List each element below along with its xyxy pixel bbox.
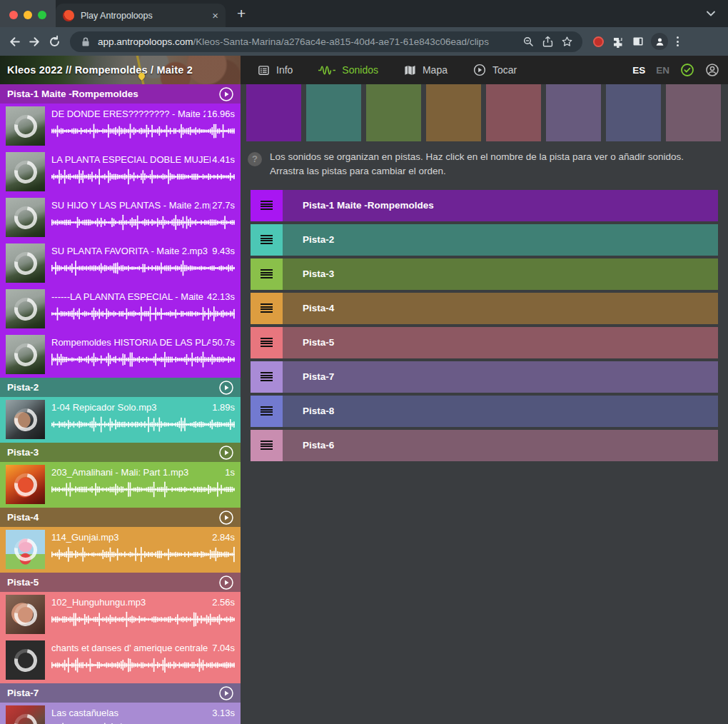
clip-item[interactable]: LA PLANTA ESPECIAL DOBLE MUJER - Mai...4… bbox=[0, 149, 241, 195]
track-row[interactable]: Pista-5 bbox=[251, 327, 718, 358]
waveform[interactable] bbox=[51, 169, 235, 185]
clip-item[interactable]: SU PLANTA FAVORITA - Maite 2.mp39.43s bbox=[0, 241, 241, 286]
nav-tab-sonidos[interactable]: Sonidos bbox=[318, 64, 378, 76]
lang-en-button[interactable]: EN bbox=[656, 65, 669, 76]
clip-item[interactable]: 1-04 Repicador Solo.mp31.89s bbox=[0, 397, 241, 443]
waveform[interactable] bbox=[51, 260, 235, 276]
reload-button[interactable] bbox=[47, 34, 61, 49]
forward-button[interactable] bbox=[27, 34, 41, 49]
track-row-bar[interactable]: Pista-4 bbox=[283, 293, 718, 324]
share-icon[interactable] bbox=[540, 34, 555, 49]
track-row-bar[interactable]: Pista-3 bbox=[283, 258, 718, 290]
nav-tab-tocar[interactable]: Tocar bbox=[473, 64, 517, 76]
track-header[interactable]: Pista-3 bbox=[0, 443, 241, 462]
track-row[interactable]: Pista-2 bbox=[251, 224, 718, 256]
clip-item[interactable]: Las castañuelas3.13s bbox=[0, 703, 241, 724]
browser-tab[interactable]: Play Antropoloops × bbox=[56, 4, 226, 27]
waveform[interactable] bbox=[51, 546, 235, 563]
drag-handle[interactable] bbox=[251, 361, 283, 393]
track-row[interactable]: Pista-7 bbox=[251, 361, 718, 393]
play-track-button[interactable] bbox=[218, 510, 234, 526]
url-host: app.antropoloops.com bbox=[98, 36, 193, 47]
drag-handle[interactable] bbox=[251, 224, 283, 256]
zoom-page-icon[interactable] bbox=[521, 34, 535, 49]
track-row-bar[interactable]: Pista-8 bbox=[283, 396, 718, 427]
play-track-button[interactable] bbox=[218, 685, 234, 701]
side-panel-icon[interactable] bbox=[631, 34, 645, 49]
extensions-puzzle-icon[interactable] bbox=[611, 34, 625, 49]
clip-duration: 16.96s bbox=[206, 109, 235, 119]
tab-close-icon[interactable]: × bbox=[212, 10, 218, 21]
waveform[interactable] bbox=[51, 351, 235, 368]
clip-item[interactable]: 102_Hunguhungu.mp32.56s bbox=[0, 592, 241, 638]
clip-item[interactable]: SU HIJO Y LAS PLANTAS - Maite 2.mp327.7s bbox=[0, 195, 241, 241]
clip-item[interactable]: Rompemoldes HISTORIA DE LAS PLANTAS...50… bbox=[0, 332, 241, 378]
clip-item[interactable]: 114_Gunjai.mp32.84s bbox=[0, 527, 241, 573]
track-row-bar[interactable]: Pista-7 bbox=[283, 361, 718, 393]
track-row-bar[interactable]: Pista-2 bbox=[283, 224, 718, 256]
drag-handle[interactable] bbox=[251, 293, 283, 324]
drag-handle[interactable] bbox=[251, 327, 283, 358]
track-row[interactable]: Pista-3 bbox=[251, 258, 718, 290]
drag-handle[interactable] bbox=[251, 430, 283, 461]
browser-window: Play Antropoloops × + app.antropoloops.c… bbox=[0, 0, 728, 724]
nav-tab-info[interactable]: Info bbox=[258, 64, 293, 76]
clip-item[interactable]: DE DONDE ERES???????? - Maite 2.mp316.96… bbox=[0, 104, 241, 149]
clip-item[interactable]: ------LA PLANNTA ESPECIAL - Maite 2.mp34… bbox=[0, 286, 241, 332]
track-row-bar[interactable]: Pista-6 bbox=[283, 430, 718, 461]
track-header[interactable]: Pista-7 bbox=[0, 683, 241, 703]
breadcrumb[interactable]: Kleos 2022 // Rompemoldes / Maite 2 bbox=[0, 56, 241, 84]
macos-minimize-button[interactable] bbox=[24, 11, 32, 19]
play-track-button[interactable] bbox=[218, 86, 234, 102]
profile-avatar[interactable] bbox=[651, 33, 668, 50]
waveform[interactable] bbox=[51, 214, 235, 231]
bookmark-star-icon[interactable] bbox=[560, 34, 574, 49]
new-tab-button[interactable]: + bbox=[237, 5, 246, 22]
track-name: Pista-7 bbox=[7, 688, 218, 698]
track-header[interactable]: Pista-5 bbox=[0, 573, 241, 592]
clip-item[interactable]: 203_Amalihani - Mali: Part 1.mp31s bbox=[0, 462, 241, 508]
track-row[interactable]: Pista-4 bbox=[251, 293, 718, 324]
track-row[interactable]: Pista-6 bbox=[251, 430, 718, 461]
record-indicator-icon[interactable] bbox=[591, 34, 605, 49]
track-row-bar[interactable]: Pista-5 bbox=[283, 327, 718, 358]
url-text: app.antropoloops.com/Kleos-Santa-Marina/… bbox=[98, 36, 489, 47]
track-row-bar[interactable]: Pista-1 Maite -Rompemoldes bbox=[283, 190, 718, 221]
tab-search-chevron-icon[interactable] bbox=[705, 8, 717, 19]
track-color-swatch bbox=[666, 84, 721, 141]
drag-grip-icon bbox=[261, 406, 273, 416]
account-icon[interactable] bbox=[705, 63, 719, 77]
waveform[interactable] bbox=[51, 481, 235, 498]
back-button[interactable] bbox=[7, 34, 21, 49]
track-header[interactable]: Pista-2 bbox=[0, 378, 241, 397]
waveform[interactable] bbox=[51, 657, 235, 673]
waveform[interactable] bbox=[51, 416, 235, 433]
track-row[interactable]: Pista-1 Maite -Rompemoldes bbox=[251, 190, 718, 221]
track-row-label: Pista-1 Maite -Rompemoldes bbox=[303, 200, 434, 211]
play-track-button[interactable] bbox=[218, 380, 234, 396]
waveform[interactable] bbox=[51, 611, 235, 628]
macos-zoom-button[interactable] bbox=[38, 11, 46, 19]
clip-title: 102_Hunguhungu.mp3 bbox=[51, 597, 211, 608]
clip-title: SU HIJO Y LAS PLANTAS - Maite 2.mp3 bbox=[51, 200, 211, 211]
track-header[interactable]: Pista-1 Maite -Rompemoldes bbox=[0, 84, 241, 104]
waveform[interactable] bbox=[51, 306, 235, 322]
clip-title: chants et danses d' amerique centrale - … bbox=[51, 643, 211, 653]
clip-item[interactable]: chants et danses d' amerique centrale - … bbox=[0, 638, 241, 683]
track-row[interactable]: Pista-8 bbox=[251, 396, 718, 427]
drag-handle[interactable] bbox=[251, 190, 283, 221]
macos-close-button[interactable] bbox=[9, 11, 18, 19]
browser-menu-icon[interactable] bbox=[674, 36, 682, 46]
clip-body: 114_Gunjai.mp32.84s bbox=[51, 530, 235, 573]
lang-es-button[interactable]: ES bbox=[632, 65, 645, 76]
drag-handle[interactable] bbox=[251, 396, 283, 427]
drag-handle[interactable] bbox=[251, 258, 283, 290]
track-header[interactable]: Pista-4 bbox=[0, 508, 241, 527]
nav-tab-label: Info bbox=[276, 64, 293, 76]
play-track-button[interactable] bbox=[218, 575, 234, 590]
play-track-button[interactable] bbox=[218, 445, 234, 461]
address-bar[interactable]: app.antropoloops.com/Kleos-Santa-Marina/… bbox=[70, 31, 582, 52]
nav-tab-mapa[interactable]: Mapa bbox=[404, 64, 448, 76]
saved-check-icon bbox=[680, 63, 694, 77]
waveform[interactable] bbox=[51, 123, 235, 139]
